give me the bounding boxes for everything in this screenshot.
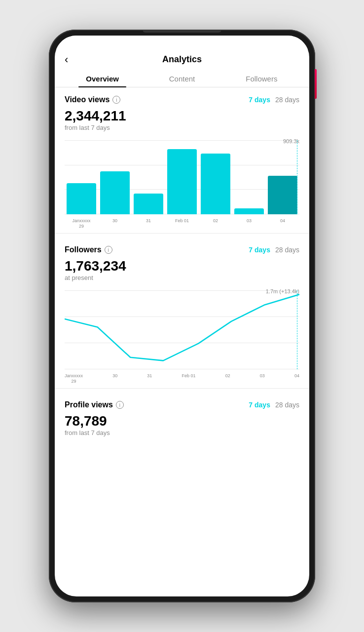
followers-chart: 1.7m (+13.4k) Janxxxxx 293031Feb 0102030… [65,290,299,384]
tab-overview[interactable]: Overview [63,70,142,87]
video-views-sublabel: from last 7 days [65,124,299,131]
profile-views-title: Profile views [65,400,113,409]
x-label-item: 04 [268,218,297,229]
x-label-item: 03 [234,218,264,229]
phone-screen: ‹ Analytics Overview Content Followers V… [55,36,309,596]
line-x-label-item: 03 [260,373,265,384]
video-views-value: 2,344,211 [65,108,299,124]
bar [234,208,264,214]
followers-7day-btn[interactable]: 7 days [249,246,270,254]
followers-title: Followers [65,245,102,254]
profile-views-7day-btn[interactable]: 7 days [249,401,270,409]
back-button[interactable]: ‹ [65,53,68,66]
line-x-label-item: 04 [294,373,299,384]
profile-views-sublabel: from last 7 days [65,429,299,436]
bar [268,176,297,214]
bar-group [268,140,297,214]
followers-section: Followers i 7 days 28 days 1,763,234 at … [55,237,309,290]
profile-views-value: 78,789 [65,413,299,429]
followers-info-icon[interactable]: i [105,246,112,254]
bar [167,149,197,214]
section-divider-1 [55,233,309,234]
line-x-label-item: Janxxxxx 29 [65,373,83,384]
x-label-item: Janxxxxx 29 [67,218,96,229]
x-label-item: 31 [134,218,163,229]
x-label-item: 02 [201,218,230,229]
tab-bar: Overview Content Followers [55,70,309,87]
profile-views-info-icon[interactable]: i [116,401,124,409]
followers-value: 1,763,234 [65,258,299,274]
profile-views-header: Profile views i 7 days 28 days [65,400,299,409]
video-views-chart: 909.3k Janxxxxx 293031Feb 01020304 [65,140,299,229]
video-views-title: Video views [65,95,109,104]
x-label-item: Feb 01 [167,218,197,229]
bar-group [201,140,230,214]
video-views-section: Video views i 7 days 28 days 2,344,211 f… [55,87,309,140]
video-views-period-buttons: 7 days 28 days [249,96,299,104]
bar [134,194,163,214]
section-divider-2 [55,388,309,389]
bar [67,183,96,214]
dashed-reference-line [297,140,297,214]
bar-group [134,140,163,214]
line-x-label-item: Feb 01 [182,373,195,384]
followers-28day-btn[interactable]: 28 days [275,246,299,254]
followers-sublabel: at present [65,274,299,281]
line-x-label-item: 02 [225,373,230,384]
bars-area [65,140,299,214]
tab-followers[interactable]: Followers [222,70,301,87]
line-x-label-item: 30 [112,373,117,384]
app-header: ‹ Analytics [55,49,309,70]
phone-frame: ‹ Analytics Overview Content Followers V… [49,30,315,602]
app-content: ‹ Analytics Overview Content Followers V… [55,49,309,596]
x-axis-labels: Janxxxxx 293031Feb 01020304 [65,218,299,229]
video-views-header: Video views i 7 days 28 days [65,95,299,104]
x-label-item: 30 [100,218,130,229]
bar [100,171,130,214]
profile-views-section: Profile views i 7 days 28 days 78,789 fr… [55,393,309,445]
bar [201,154,230,214]
bar-group [234,140,264,214]
profile-views-period-buttons: 7 days 28 days [249,401,299,409]
tab-content[interactable]: Content [142,70,221,87]
followers-title-group: Followers i [65,245,112,254]
video-views-info-icon[interactable]: i [112,96,120,104]
video-views-7day-btn[interactable]: 7 days [249,96,270,104]
followers-header: Followers i 7 days 28 days [65,245,299,254]
bar-group [67,140,96,214]
profile-views-title-group: Profile views i [65,400,124,409]
page-title: Analytics [162,54,202,65]
line-chart-svg [65,290,299,372]
bar-group [167,140,197,214]
status-bar [55,36,309,49]
line-x-labels: Janxxxxx 293031Feb 01020304 [65,373,299,384]
line-x-label-item: 31 [147,373,152,384]
video-views-title-group: Video views i [65,95,120,104]
video-views-28day-btn[interactable]: 28 days [275,96,299,104]
profile-views-28day-btn[interactable]: 28 days [275,401,299,409]
bar-group [100,140,130,214]
followers-period-buttons: 7 days 28 days [249,246,299,254]
